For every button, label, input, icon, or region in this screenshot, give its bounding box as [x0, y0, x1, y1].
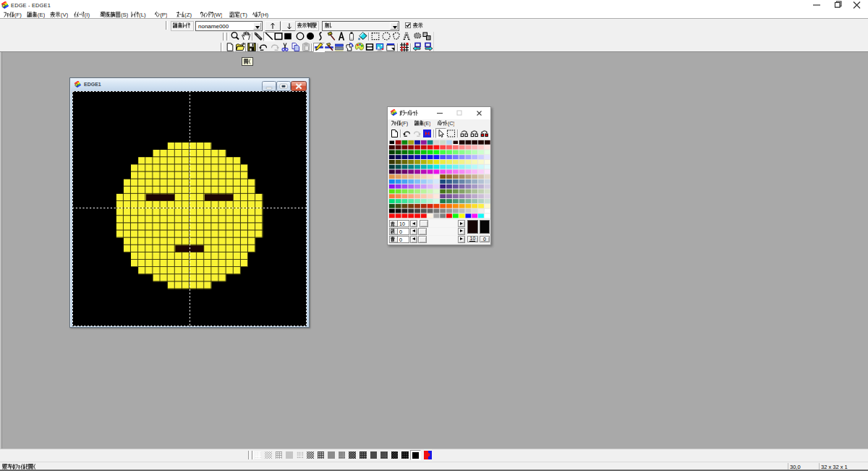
- svg-text:(T): (T): [240, 12, 247, 18]
- svg-text:(S): (S): [121, 12, 128, 18]
- svg-text:(Z): (Z): [184, 12, 192, 18]
- svg-text:(H): (H): [260, 12, 268, 18]
- svg-text:(W): (W): [213, 12, 222, 18]
- svg-text:(F): (F): [401, 120, 408, 127]
- svg-text:(E): (E): [38, 12, 45, 18]
- svg-text:(C): (C): [448, 120, 454, 127]
- svg-text:(P): (P): [160, 12, 167, 18]
- svg-text:(E): (E): [424, 121, 430, 127]
- svg-text:(F): (F): [14, 12, 22, 18]
- svg-text:(V): (V): [61, 12, 68, 18]
- svg-text:(I): (I): [85, 12, 90, 18]
- svg-text:(L): (L): [139, 12, 146, 18]
